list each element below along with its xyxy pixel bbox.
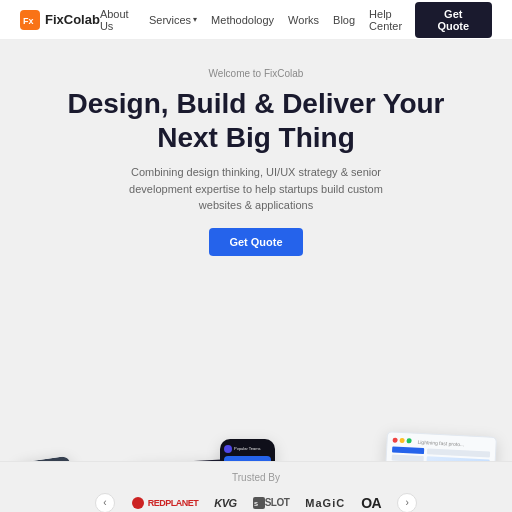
trusted-label: Trusted By bbox=[0, 472, 512, 483]
nav-help[interactable]: Help Center bbox=[369, 8, 414, 32]
nav-services[interactable]: Services ▾ bbox=[149, 14, 197, 26]
hero-section: Welcome to FixColab Design, Build & Deli… bbox=[0, 40, 512, 276]
carousel-prev-button[interactable]: ‹ bbox=[95, 493, 115, 512]
nav-links: About Us Services ▾ Methodology Works Bl… bbox=[100, 8, 415, 32]
screen-sidebar bbox=[390, 446, 424, 461]
trusted-section: Trusted By ‹ REDPLANET KVG S SLOT MaGiC … bbox=[0, 461, 512, 512]
phone-dark-header: Popular Teams bbox=[224, 445, 271, 453]
hero-welcome: Welcome to FixColab bbox=[30, 68, 482, 79]
screen-main bbox=[425, 448, 490, 461]
mockups-section: Shop Lightning fast prototyping Build st… bbox=[0, 276, 512, 461]
card-blue: Team Alpha bbox=[224, 456, 271, 461]
dot-red bbox=[393, 437, 398, 442]
sidebar-item bbox=[392, 454, 424, 461]
logo-redplanet: REDPLANET bbox=[131, 496, 199, 510]
svg-point-2 bbox=[132, 497, 144, 509]
carousel-next-button[interactable]: › bbox=[397, 493, 417, 512]
screen-title: Lightning fast proto... bbox=[417, 439, 464, 447]
nav-logo[interactable]: Fx FixColab bbox=[20, 10, 100, 30]
screen-content bbox=[390, 446, 490, 461]
hero-cta-button[interactable]: Get Quote bbox=[209, 228, 302, 256]
mockup-phone-dark: Popular Teams Team Alpha Team Beta Team … bbox=[220, 439, 275, 461]
chevron-down-icon: ▾ bbox=[193, 15, 197, 24]
dot-yellow bbox=[399, 438, 404, 443]
redplanet-text: REDPLANET bbox=[148, 498, 199, 508]
phone-dark-cards: Team Alpha Team Beta Team Gamma bbox=[224, 456, 271, 461]
nav-blog[interactable]: Blog bbox=[333, 14, 355, 26]
logo-magic: MaGiC bbox=[305, 497, 345, 509]
redplanet-icon bbox=[131, 496, 145, 510]
hero-subtitle: Combining design thinking, UI/UX strateg… bbox=[116, 164, 396, 214]
nav-methodology[interactable]: Methodology bbox=[211, 14, 274, 26]
avatar-icon bbox=[224, 445, 232, 453]
navbar: Fx FixColab About Us Services ▾ Methodol… bbox=[0, 0, 512, 40]
dot-green bbox=[406, 438, 411, 443]
svg-text:S: S bbox=[254, 501, 258, 507]
nav-about[interactable]: About Us bbox=[100, 8, 135, 32]
hero-title: Design, Build & Deliver Your Next Big Th… bbox=[30, 87, 482, 154]
sidebar-item bbox=[392, 446, 424, 454]
logo-icon: Fx bbox=[20, 10, 40, 30]
svg-text:Fx: Fx bbox=[23, 16, 34, 26]
trusted-logos: ‹ REDPLANET KVG S SLOT MaGiC OA › bbox=[0, 493, 512, 512]
logo-slot: S SLOT bbox=[253, 497, 290, 509]
mockup-phone-topleft bbox=[15, 455, 83, 460]
logo-kvg: KVG bbox=[214, 497, 236, 509]
phone-topleft-image bbox=[15, 455, 77, 460]
logo-oa: OA bbox=[361, 495, 381, 511]
slot-text: SLOT bbox=[265, 497, 290, 508]
nav-works[interactable]: Works bbox=[288, 14, 319, 26]
phone-dark-name: Popular Teams bbox=[234, 446, 261, 451]
nav-cta-button[interactable]: Get Quote bbox=[415, 2, 492, 38]
mockup-screen-topright: Lightning fast proto... bbox=[383, 431, 497, 461]
slot-icon: S bbox=[253, 497, 265, 509]
